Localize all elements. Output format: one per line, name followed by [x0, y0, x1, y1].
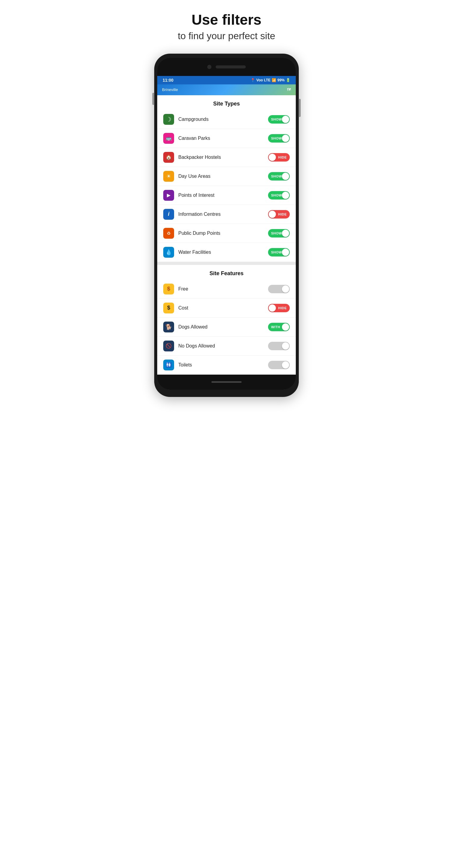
dogs-toggle-label: WITH: [271, 325, 280, 329]
filter-row-info[interactable]: i Information Centres HIDE: [157, 205, 296, 224]
dump-toggle[interactable]: SHOW: [268, 229, 290, 238]
campgrounds-toggle-knob: [282, 116, 289, 123]
campgrounds-toggle-label: SHOW: [271, 118, 282, 121]
backpacker-label: Backpacker Hostels: [178, 155, 268, 160]
cost-label: Cost: [178, 305, 268, 311]
dayuse-toggle[interactable]: SHOW: [268, 172, 290, 181]
water-icon: 💧: [163, 247, 174, 258]
cost-toggle[interactable]: HIDE: [268, 304, 290, 312]
status-right: 📍 Voo LTE 📶 99% 🔋: [251, 78, 290, 82]
free-toggle-knob: [282, 285, 289, 293]
cost-icon: $: [163, 303, 174, 313]
dump-toggle-label: SHOW: [271, 231, 282, 235]
filter-row-free[interactable]: $ Free: [157, 280, 296, 299]
info-toggle[interactable]: HIDE: [268, 210, 290, 218]
filter-row-caravan[interactable]: 🚌 Caravan Parks SHOW: [157, 129, 296, 148]
cost-toggle-label: HIDE: [278, 306, 287, 310]
status-battery: 99%: [278, 78, 285, 82]
dogs-toggle[interactable]: WITH: [268, 323, 290, 331]
filter-row-campgrounds[interactable]: ☽ Campgrounds SHOW: [157, 110, 296, 129]
backpacker-toggle-label: HIDE: [278, 156, 287, 159]
filter-row-backpacker[interactable]: 🏠 Backpacker Hostels HIDE: [157, 148, 296, 167]
poi-toggle-knob: [282, 192, 289, 199]
campgrounds-label: Campgrounds: [178, 117, 268, 122]
info-label: Information Centres: [178, 212, 268, 217]
info-icon: i: [163, 209, 174, 220]
status-location-icon: 📍: [251, 78, 255, 82]
info-toggle-label: HIDE: [278, 213, 287, 216]
home-bar: [212, 381, 241, 383]
top-bezel: [157, 58, 296, 76]
filter-row-poi[interactable]: ▶ Points of Interest SHOW: [157, 186, 296, 205]
bottom-bezel: [157, 375, 296, 390]
site-features-title: Site Features: [157, 265, 296, 280]
page-subtitle: to find your perfect site: [178, 30, 275, 41]
dayuse-label: Day Use Areas: [178, 174, 268, 179]
site-features-panel: Site Features $ Free $ Cost HIDE: [157, 265, 296, 375]
page-header: Use filters to find your perfect site: [178, 12, 275, 41]
caravan-toggle-knob: [282, 135, 289, 142]
status-battery-icon: 🔋: [286, 78, 290, 82]
dogs-icon: 🐕: [163, 321, 174, 333]
phone-inner: 11:00 📍 Voo LTE 📶 99% 🔋 Brineville 🗺 Sit…: [157, 58, 296, 390]
dayuse-toggle-label: SHOW: [271, 175, 282, 178]
poi-toggle[interactable]: SHOW: [268, 191, 290, 199]
filter-row-dump[interactable]: ♻ Public Dump Points SHOW: [157, 224, 296, 243]
nodogs-icon: 🚫: [163, 341, 174, 351]
free-toggle[interactable]: [268, 285, 290, 293]
camera-dot: [207, 65, 212, 69]
map-peek: Brineville 🗺: [157, 84, 296, 95]
map-icon: 🗺: [287, 87, 291, 92]
filter-row-nodogs[interactable]: 🚫 No Dogs Allowed: [157, 337, 296, 355]
water-label: Water Facilities: [178, 250, 268, 255]
free-label: Free: [178, 286, 268, 292]
nodogs-toggle-knob: [282, 342, 289, 350]
nodogs-label: No Dogs Allowed: [178, 343, 268, 349]
dogs-label: Dogs Allowed: [178, 324, 268, 330]
map-title: Brineville: [162, 87, 287, 92]
toilets-icon: 🚻: [163, 360, 174, 370]
campgrounds-toggle[interactable]: SHOW: [268, 115, 290, 124]
page-title: Use filters: [178, 12, 275, 28]
caravan-toggle[interactable]: SHOW: [268, 134, 290, 143]
filter-row-water[interactable]: 💧 Water Facilities SHOW: [157, 243, 296, 262]
filter-row-dayuse[interactable]: ☀ Day Use Areas SHOW: [157, 167, 296, 186]
backpacker-toggle-knob: [269, 154, 276, 161]
status-signal: Voo LTE: [256, 78, 270, 82]
info-toggle-knob: [269, 211, 276, 218]
campgrounds-icon: ☽: [163, 114, 174, 125]
poi-toggle-label: SHOW: [271, 193, 282, 197]
status-wifi-icon: 📶: [272, 78, 276, 82]
caravan-toggle-label: SHOW: [271, 136, 282, 140]
filter-row-dogs[interactable]: 🐕 Dogs Allowed WITH: [157, 318, 296, 337]
phone-shell: 11:00 📍 Voo LTE 📶 99% 🔋 Brineville 🗺 Sit…: [154, 54, 299, 397]
nodogs-toggle[interactable]: [268, 342, 290, 350]
backpacker-icon: 🏠: [163, 152, 174, 163]
dogs-toggle-knob: [282, 323, 289, 331]
toilets-label: Toilets: [178, 362, 268, 368]
filter-row-cost[interactable]: $ Cost HIDE: [157, 299, 296, 318]
speaker-bar: [216, 65, 246, 68]
water-toggle-label: SHOW: [271, 250, 282, 254]
dump-icon: ♻: [163, 228, 174, 239]
dump-label: Public Dump Points: [178, 230, 268, 236]
poi-label: Points of Interest: [178, 193, 268, 198]
site-types-panel: Site Types ☽ Campgrounds SHOW 🚌 Caravan …: [157, 95, 296, 262]
backpacker-toggle[interactable]: HIDE: [268, 153, 290, 161]
screen-content: Site Types ☽ Campgrounds SHOW 🚌 Caravan …: [157, 95, 296, 375]
filter-row-toilets[interactable]: 🚻 Toilets: [157, 355, 296, 375]
caravan-icon: 🚌: [163, 133, 174, 144]
status-time: 11:00: [163, 78, 173, 83]
caravan-label: Caravan Parks: [178, 135, 268, 141]
site-types-title: Site Types: [157, 95, 296, 110]
water-toggle[interactable]: SHOW: [268, 248, 290, 256]
status-bar: 11:00 📍 Voo LTE 📶 99% 🔋: [157, 76, 296, 84]
water-toggle-knob: [282, 249, 289, 256]
dayuse-icon: ☀: [163, 171, 174, 182]
dump-toggle-knob: [282, 230, 289, 237]
toilets-toggle-knob: [282, 361, 289, 369]
toilets-toggle[interactable]: [268, 361, 290, 369]
dayuse-toggle-knob: [282, 173, 289, 180]
poi-icon: ▶: [163, 190, 174, 201]
section-divider: [157, 262, 296, 265]
